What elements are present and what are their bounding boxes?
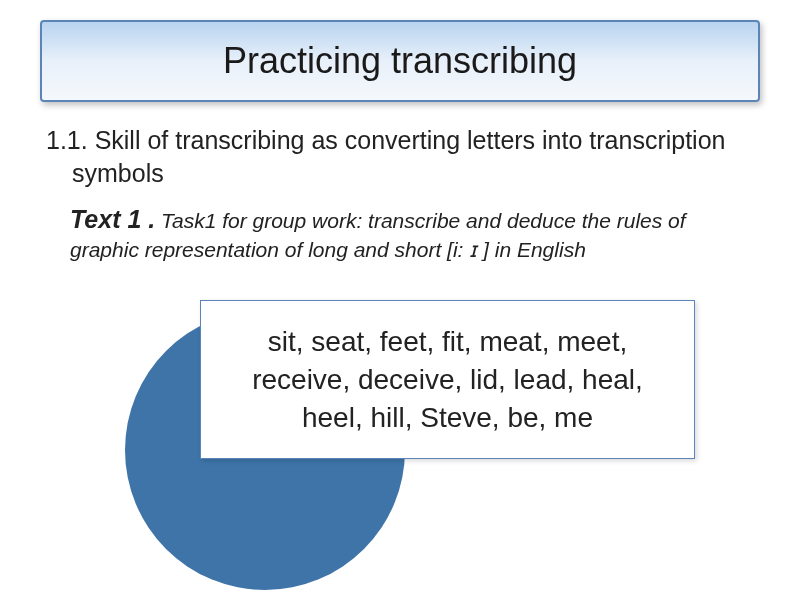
word-list-box: sit, seat, feet, fit, meat, meet, receiv… xyxy=(200,300,695,459)
title-box: Practicing transcribing xyxy=(40,20,760,102)
task-text: Text 1 . Task1 for group work: transcrib… xyxy=(40,203,760,263)
slide-title: Practicing transcribing xyxy=(72,40,728,82)
slide-container: Practicing transcribing 1.1. Skill of tr… xyxy=(0,0,800,600)
task-label: Text 1 . xyxy=(70,205,155,233)
graphic-area: sit, seat, feet, fit, meat, meet, receiv… xyxy=(125,310,685,570)
task-description: Task1 for group work: transcribe and ded… xyxy=(70,209,686,261)
section-heading: 1.1. Skill of transcribing as converting… xyxy=(40,124,760,189)
word-list: sit, seat, feet, fit, meat, meet, receiv… xyxy=(252,326,643,433)
